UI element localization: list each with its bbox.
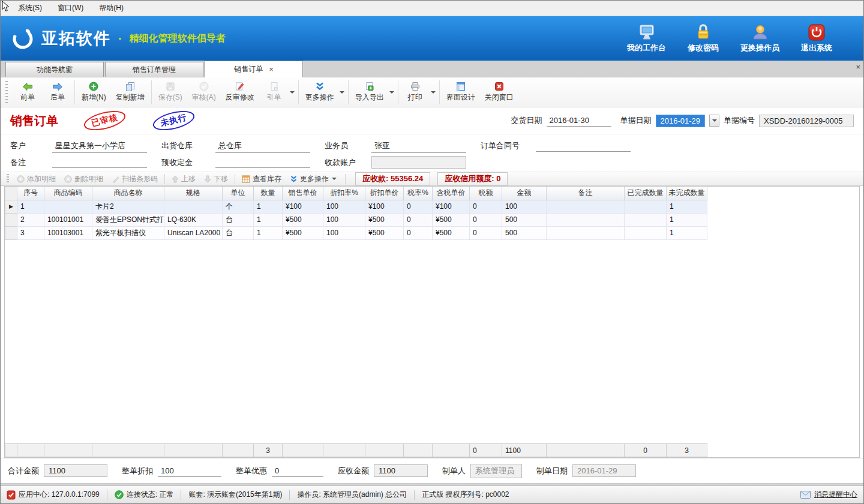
next-doc-button[interactable]: 后单 <box>43 80 73 105</box>
cell[interactable] <box>625 226 667 239</box>
add-detail-button[interactable]: 添加明细 <box>13 173 60 185</box>
tab-sales-order-management[interactable]: 销售订单管理 <box>105 62 203 77</box>
delivery-date-field[interactable]: 2016-01-30 <box>547 115 611 127</box>
cell[interactable]: 100 <box>323 200 365 213</box>
col-header[interactable]: 销售单价 <box>283 187 323 200</box>
cell[interactable]: 0 <box>404 200 433 213</box>
message-center-link[interactable]: 消息提醒中心 <box>800 490 857 500</box>
col-header[interactable]: 数量 <box>254 187 283 200</box>
col-header[interactable]: 折扣单价 <box>365 187 404 200</box>
col-header[interactable]: 税额 <box>470 187 502 200</box>
col-header[interactable]: 金额 <box>502 187 547 200</box>
scan-barcode-button[interactable]: 扫描条形码 <box>107 173 162 185</box>
cell[interactable] <box>44 200 92 213</box>
detail-more-actions-button[interactable]: 更多操作 <box>286 173 343 185</box>
cell[interactable]: 100 <box>502 200 547 213</box>
tab-function-nav[interactable]: 功能导航窗 <box>5 62 104 77</box>
cell[interactable]: 1 <box>667 200 707 213</box>
cell[interactable] <box>164 200 223 213</box>
tabstrip-close-icon[interactable]: × <box>856 62 860 71</box>
cell[interactable] <box>547 226 625 239</box>
cell[interactable]: ¥100 <box>283 200 323 213</box>
menu-window[interactable]: 窗口(W) <box>50 1 91 16</box>
salesman-field[interactable]: 张亚 <box>371 139 466 153</box>
cell[interactable]: 0 <box>404 226 433 239</box>
cell[interactable]: ¥100 <box>365 200 404 213</box>
cell[interactable]: ¥500 <box>283 213 323 226</box>
deposit-field[interactable] <box>215 157 310 168</box>
order-discount-field[interactable]: 100 <box>158 465 221 477</box>
cell[interactable]: 0 <box>470 200 502 213</box>
ui-design-button[interactable]: 界面设计 <box>442 79 480 105</box>
col-header[interactable]: 商品编码 <box>44 187 92 200</box>
cell[interactable]: Uniscan LA2000 <box>164 226 223 239</box>
col-header[interactable]: 未完成数量 <box>667 187 707 200</box>
order-privilege-field[interactable]: 0 <box>272 465 323 477</box>
table-row[interactable]: 3 100103001 紫光平板扫描仪 Uniscan LA2000 台 1 ¥… <box>5 226 707 239</box>
prev-doc-button[interactable]: 前单 <box>13 80 43 105</box>
col-header[interactable]: 已完成数量 <box>625 187 667 200</box>
cell[interactable]: 3 <box>17 226 44 239</box>
col-header[interactable]: 商品名称 <box>92 187 164 200</box>
cell[interactable]: 台 <box>223 226 254 239</box>
col-header[interactable]: 含税单价 <box>433 187 470 200</box>
copy-new-button[interactable]: 复制新增 <box>111 79 149 105</box>
dropdown-caret-icon[interactable] <box>290 91 295 94</box>
approve-button[interactable]: 审核(A) <box>187 79 221 105</box>
cell[interactable]: ¥500 <box>433 213 470 226</box>
cell[interactable]: 个 <box>223 200 254 213</box>
new-button[interactable]: 新增(N) <box>77 79 111 105</box>
more-actions-button[interactable]: 更多操作 <box>301 79 339 105</box>
warehouse-field[interactable]: 总仓库 <box>215 139 310 153</box>
col-header[interactable]: 备注 <box>547 187 625 200</box>
tab-close-icon[interactable]: × <box>269 65 274 73</box>
import-export-button[interactable]: 导入导出 <box>350 79 389 105</box>
cell[interactable]: 2 <box>17 213 44 226</box>
cell[interactable]: 1 <box>254 200 283 213</box>
cell[interactable]: 台 <box>223 213 254 226</box>
doc-date-dropdown-button[interactable] <box>709 115 719 127</box>
cell[interactable]: 100101001 <box>44 213 92 226</box>
cell[interactable]: 1 <box>254 226 283 239</box>
cell[interactable]: 紫光平板扫描仪 <box>92 226 164 239</box>
cell[interactable]: ¥500 <box>433 226 470 239</box>
move-down-button[interactable]: 下移 <box>200 173 232 185</box>
doc-date-field[interactable]: 2016-01-29 <box>656 115 706 127</box>
col-header[interactable]: 折扣率% <box>323 187 365 200</box>
cell[interactable]: 1 <box>254 213 283 226</box>
col-header[interactable]: 序号 <box>17 187 44 200</box>
cell[interactable]: 500 <box>502 226 547 239</box>
move-up-button[interactable]: 上移 <box>167 173 200 185</box>
menu-help[interactable]: 帮助(H) <box>91 1 131 16</box>
col-header[interactable]: 规格 <box>164 187 223 200</box>
tab-sales-order[interactable]: 销售订单 × <box>205 61 303 77</box>
view-stock-button[interactable]: 查看库存 <box>238 173 286 185</box>
cell[interactable]: 0 <box>404 213 433 226</box>
cell[interactable]: 500 <box>502 213 547 226</box>
table-row[interactable]: 2 100101001 爱普生EPSON针式打印 LQ-630K 台 1 ¥50… <box>5 213 707 226</box>
cell[interactable]: ¥500 <box>365 226 404 239</box>
delete-detail-button[interactable]: 删除明细 <box>60 173 107 185</box>
customer-field[interactable]: 星星文具第一小学店 <box>52 139 147 153</box>
cell[interactable]: ¥500 <box>283 226 323 239</box>
cell[interactable]: 爱普生EPSON针式打印 <box>92 213 164 226</box>
menu-system[interactable]: 系统(S) <box>10 1 50 16</box>
unapprove-edit-button[interactable]: 反审修改 <box>221 79 259 105</box>
contract-no-field[interactable] <box>536 140 631 152</box>
cell[interactable]: 100 <box>323 226 365 239</box>
print-button[interactable]: 打印 <box>400 79 430 105</box>
cell[interactable] <box>547 200 625 213</box>
remark-field[interactable] <box>52 157 147 168</box>
switch-operator-button[interactable]: 更换操作员 <box>740 24 779 53</box>
dropdown-caret-icon[interactable] <box>340 91 344 94</box>
my-workbench-button[interactable]: 我的工作台 <box>627 24 666 53</box>
cell[interactable]: 1 <box>17 200 44 213</box>
cell[interactable]: 1 <box>667 226 707 239</box>
cell[interactable] <box>625 213 667 226</box>
table-row[interactable]: ▶ 1 卡片2 个 1 ¥100 100 ¥100 0 ¥100 0 100 <box>5 200 707 213</box>
close-window-button[interactable]: 关闭窗口 <box>480 79 518 105</box>
cell[interactable]: 卡片2 <box>92 200 164 213</box>
pull-doc-button[interactable]: 引单 <box>259 79 289 105</box>
exit-system-button[interactable]: 退出系统 <box>797 24 836 53</box>
cell[interactable]: 100 <box>323 213 365 226</box>
